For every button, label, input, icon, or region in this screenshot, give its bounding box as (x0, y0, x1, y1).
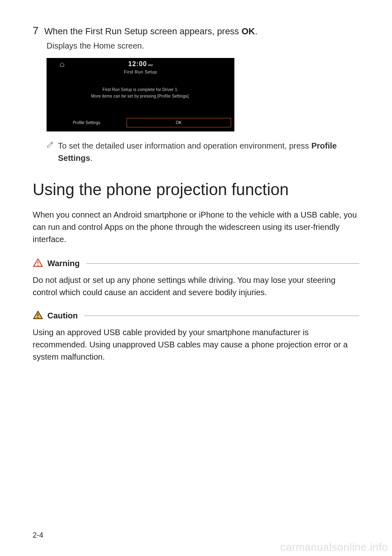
screenshot-time: 12:00 (128, 60, 147, 67)
watermark: carmanualsonline.info (281, 541, 388, 554)
svg-point-1 (38, 265, 39, 266)
warning-header: Warning (33, 258, 359, 270)
step-description: Displays the Home screen. (47, 41, 359, 51)
section-heading: Using the phone projection function (33, 180, 359, 199)
screenshot-title: First Run Setup (47, 69, 234, 74)
screenshot-body-line2: More items can be set by pressing [Profi… (47, 93, 234, 100)
screenshot-ampm: AM (148, 63, 153, 67)
warning-body: Do not adjust or set up any phone settin… (33, 274, 359, 298)
note: To set the detailed user information and… (47, 140, 359, 164)
caution-label: Caution (47, 311, 78, 320)
step-text-suffix: . (255, 26, 257, 36)
warning-icon (33, 258, 43, 270)
screenshot-button-row: Profile Settings OK (47, 118, 234, 127)
warning-rule (86, 263, 359, 264)
infotainment-screenshot: 12:00AM First Run Setup First Run Setup … (47, 58, 234, 131)
page-number: 2-4 (33, 531, 43, 540)
profile-settings-button: Profile Settings (47, 118, 127, 127)
step-text: When the First Run Setup screen appears,… (44, 25, 257, 38)
section-intro: When you connect an Android smartphone o… (33, 209, 359, 245)
caution-body: Using an approved USB cable provided by … (33, 326, 359, 363)
home-icon (60, 61, 65, 69)
svg-point-3 (38, 317, 39, 318)
step-item: 7 When the First Run Setup screen appear… (33, 24, 359, 38)
caution-icon (33, 310, 43, 322)
screenshot-body-line1: First Run Setup is complete for Driver 1… (47, 87, 234, 93)
note-text: To set the detailed user information and… (58, 140, 359, 164)
screenshot-body: First Run Setup is complete for Driver 1… (47, 87, 234, 100)
step-number: 7 (33, 24, 38, 37)
warning-label: Warning (47, 259, 80, 268)
ok-button: OK (127, 118, 231, 127)
note-suffix: . (90, 153, 93, 162)
caution-header: Caution (33, 310, 359, 322)
caution-rule (84, 316, 359, 316)
step-text-prefix: When the First Run Setup screen appears,… (44, 26, 241, 36)
screenshot-clock: 12:00AM (47, 58, 234, 68)
note-prefix: To set the detailed user information and… (58, 141, 311, 150)
pencil-icon (47, 141, 54, 150)
step-text-bold: OK (241, 26, 255, 36)
